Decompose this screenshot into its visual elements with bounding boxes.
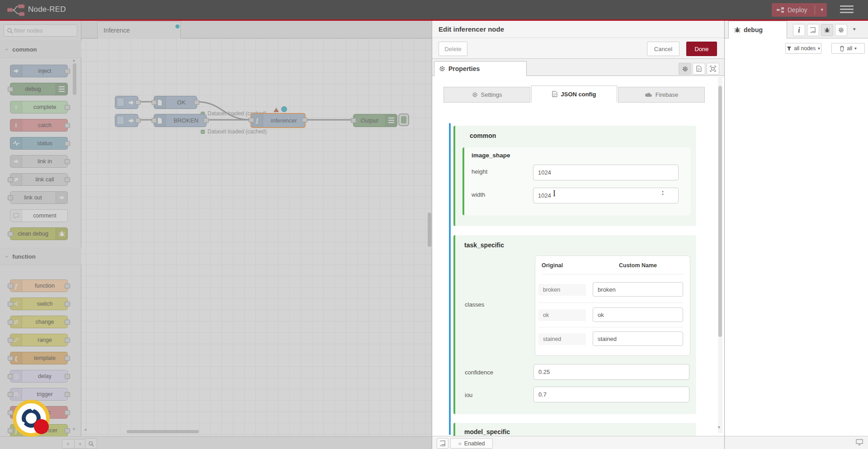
book-icon [810,27,816,33]
table-row-divider [538,327,683,327]
node-description-button[interactable] [693,63,705,75]
table-row-divider [538,302,683,303]
subtab-label: Firebase [656,91,679,98]
height-input[interactable] [533,165,679,180]
field-label-height: height [472,168,487,175]
gear-icon [682,66,688,72]
class-custom-input[interactable] [593,307,683,322]
frame-icon [710,66,716,72]
group-model-specific: model_specific [453,423,696,436]
field-label-width: width [472,191,485,198]
subtab-firebase[interactable]: Firebase [618,87,705,103]
column-header-custom-name: Custom Name [593,262,683,269]
class-original-cell: stained [538,333,586,345]
confidence-input[interactable] [533,364,689,380]
group-image-shape: image_shape height width ▴▾ I [462,147,691,215]
edit-node-tray: Edit inferencer node Delete Cancel Done … [432,21,724,449]
gear-icon [472,92,478,98]
open-debug-window-button[interactable] [856,439,863,445]
node-enabled-toggle[interactable]: ○ Enabled [450,438,493,449]
monitor-icon [856,439,863,445]
form-scroll-down-icon[interactable]: ▾ [718,425,720,430]
debug-clear-button[interactable]: all ▾ [831,43,865,54]
tray-header: Edit inferencer node [432,21,725,38]
bug-icon [734,27,741,33]
node-settings-button[interactable] [679,63,691,75]
tray-content: Settings JSON config Firebase common ima… [432,76,725,436]
tab-properties[interactable]: Properties [434,61,527,76]
toggle-circle-icon: ○ [458,440,461,447]
info-tab-button[interactable]: i [793,24,805,36]
iou-input[interactable] [533,387,689,402]
form-scrollbar-thumb[interactable] [718,86,722,337]
node-red-app: Node-RED Deploy ▾ [0,0,868,449]
debug-tab-button[interactable] [821,24,833,36]
width-stepper[interactable]: ▴▾ [660,189,666,196]
text-cursor-icon: I [553,189,556,199]
debug-filter-row: all nodes ▾ all ▾ [725,38,868,54]
caret-down-icon: ▾ [818,46,820,51]
debug-filter-button[interactable]: all nodes ▾ [785,43,821,54]
funnel-icon [787,46,792,51]
config-tab-button[interactable] [835,24,847,36]
cancel-label: Cancel [654,46,672,52]
field-label-confidence: confidence [465,369,493,376]
node-help-button[interactable] [437,438,448,449]
subtab-json-config[interactable]: JSON config [531,85,617,102]
enabled-label: Enabled [464,440,485,447]
filter-label: all nodes [794,45,816,52]
subtab-label: JSON config [561,91,596,98]
gear-icon [838,27,844,33]
modal-dim-overlay [0,0,868,19]
bug-icon [824,27,830,33]
subtab-label: Settings [481,91,502,98]
info-icon: i [798,26,800,34]
table-divider [542,274,684,274]
debug-sidebar: debug i ▾ [724,21,868,449]
document-icon [552,91,557,97]
form-group-blue-bar [449,123,451,435]
class-custom-input[interactable] [593,331,683,346]
delete-label: Delete [444,46,462,52]
node-appearance-button[interactable] [707,63,719,75]
tab-properties-label: Properties [448,65,480,72]
sidebar-tab-row: debug i ▾ [725,21,868,38]
done-label: Done [694,46,708,52]
group-title: image_shape [472,152,510,159]
delete-button[interactable]: Delete [439,42,467,56]
document-icon [696,66,702,72]
group-task-specific: task_specific classes Original Custom Na… [453,235,696,414]
debug-message-list[interactable] [725,54,868,436]
sidebar-footer [725,436,868,449]
sidebar-tabs-caret[interactable]: ▾ [853,26,856,32]
trash-icon [840,46,844,52]
done-button[interactable]: Done [686,42,717,56]
recording-dot [34,419,49,434]
column-header-original: Original [542,262,563,269]
subtab-settings[interactable]: Settings [443,87,530,103]
field-label-iou: iou [465,392,472,398]
sidebar-tab-debug[interactable]: debug [728,21,787,38]
classes-table: Original Custom Name broken ok stained [535,255,690,356]
class-original-cell: ok [538,309,586,321]
tray-tab-row: Properties [432,59,725,76]
cancel-button[interactable]: Cancel [647,42,679,56]
group-title: task_specific [464,241,504,249]
class-custom-input[interactable] [593,282,683,297]
group-common: common image_shape height width ▴▾ I [453,126,696,226]
book-icon [440,440,446,446]
class-original-cell: broken [538,284,586,296]
tray-title: Edit inferencer node [439,25,504,33]
tray-footer: ○ Enabled [432,436,725,449]
group-title: model_specific [464,428,510,435]
cloud-icon [645,92,652,97]
gear-icon [439,66,445,72]
modal-dim-overlay [0,19,432,449]
tray-button-row: Delete Cancel Done [432,38,725,59]
field-label-classes: classes [465,301,484,308]
help-tab-button[interactable] [807,24,819,36]
group-title: common [470,132,496,139]
sidebar-tab-label: debug [744,26,763,33]
clear-label: all [847,45,852,52]
caret-down-icon: ▾ [854,46,857,51]
